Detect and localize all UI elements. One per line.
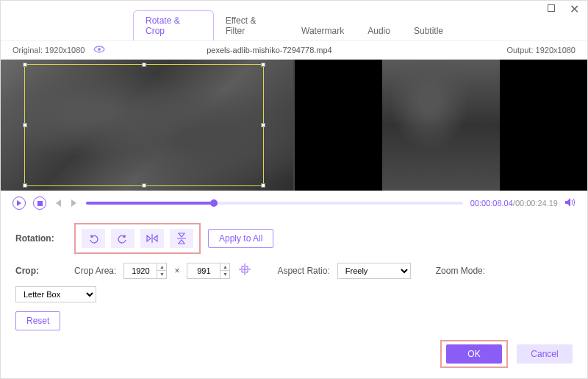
source-preview[interactable] xyxy=(1,60,295,191)
crop-handle-bm[interactable] xyxy=(142,183,146,188)
rotation-label: Rotation: xyxy=(15,233,67,244)
footer: OK Cancel xyxy=(440,340,573,368)
crop-width-down[interactable]: ▼ xyxy=(157,271,166,278)
aspect-ratio-label: Aspect Ratio: xyxy=(277,266,329,276)
maximize-button[interactable] xyxy=(548,4,558,15)
volume-icon[interactable] xyxy=(565,196,576,210)
cancel-button[interactable]: Cancel xyxy=(517,344,573,364)
ok-button[interactable]: OK xyxy=(446,344,502,364)
reset-button[interactable]: Reset xyxy=(15,311,60,330)
rotate-right-button[interactable] xyxy=(111,229,135,248)
transport-bar: 00:00:08.04/00:00:24.19 xyxy=(1,191,587,216)
output-preview xyxy=(295,60,587,191)
rotation-button-group xyxy=(74,223,201,254)
crop-height-input[interactable] xyxy=(187,263,220,279)
center-crop-icon[interactable] xyxy=(237,263,252,278)
crop-width-input[interactable] xyxy=(123,263,157,279)
seek-slider[interactable] xyxy=(86,202,463,205)
play-button[interactable] xyxy=(12,196,26,210)
titlebar: ✕ xyxy=(1,1,587,18)
crop-handle-tr[interactable] xyxy=(261,63,265,67)
tab-subtitle[interactable]: Subtitle xyxy=(402,21,455,40)
ok-highlight: OK xyxy=(440,340,508,368)
zoom-mode-label: Zoom Mode: xyxy=(436,266,485,276)
filename-label: pexels-adlib-mishiko-7294778.mp4 xyxy=(32,46,506,54)
tab-effect-filter[interactable]: Effect & Filter xyxy=(214,11,290,40)
svg-rect-1 xyxy=(37,201,43,206)
editor-window: ✕ Rotate & Crop Effect & Filter Watermar… xyxy=(0,0,588,379)
controls-panel: Rotation: Apply to All Crop: Crop Area: xyxy=(1,216,587,347)
flip-vertical-button[interactable] xyxy=(170,229,193,248)
crop-handle-br[interactable] xyxy=(261,183,265,188)
crop-width-up[interactable]: ▲ xyxy=(157,263,166,271)
crop-area-label: Crop Area: xyxy=(74,266,116,276)
rotate-left-button[interactable] xyxy=(82,229,105,248)
tab-bar: Rotate & Crop Effect & Filter Watermark … xyxy=(1,18,587,40)
tab-watermark[interactable]: Watermark xyxy=(290,21,356,40)
crop-separator: × xyxy=(174,266,179,276)
crop-height-up[interactable]: ▲ xyxy=(220,263,229,271)
preview-area xyxy=(1,60,587,191)
info-bar: Original: 1920x1080 pexels-adlib-mishiko… xyxy=(1,40,587,60)
crop-rectangle[interactable] xyxy=(24,64,264,186)
crop-height-down[interactable]: ▼ xyxy=(220,271,229,278)
aspect-ratio-select[interactable]: Freely xyxy=(337,263,411,279)
crop-handle-tl[interactable] xyxy=(23,63,27,67)
time-display: 00:00:08.04/00:00:24.19 xyxy=(470,199,558,208)
stop-button[interactable] xyxy=(33,196,46,210)
close-button[interactable]: ✕ xyxy=(570,4,580,15)
tab-rotate-crop[interactable]: Rotate & Crop xyxy=(133,10,214,40)
tab-audio[interactable]: Audio xyxy=(356,21,402,40)
prev-frame-button[interactable] xyxy=(54,196,62,210)
next-frame-button[interactable] xyxy=(70,196,79,210)
flip-horizontal-button[interactable] xyxy=(140,229,164,248)
zoom-mode-select[interactable]: Letter Box xyxy=(15,286,96,302)
crop-handle-tm[interactable] xyxy=(142,63,146,67)
crop-handle-bl[interactable] xyxy=(23,183,27,188)
crop-handle-ml[interactable] xyxy=(23,123,27,127)
crop-label: Crop: xyxy=(15,266,67,276)
crop-handle-mr[interactable] xyxy=(261,123,265,127)
apply-to-all-button[interactable]: Apply to All xyxy=(208,229,273,248)
output-label: Output: 1920x1080 xyxy=(506,46,576,54)
